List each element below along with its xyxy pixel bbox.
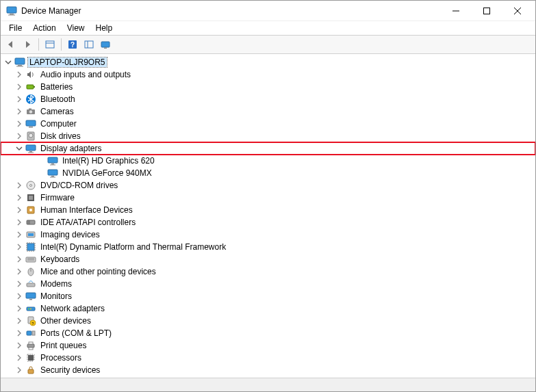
tree-node[interactable]: Ports (COM & LPT) (1, 327, 535, 339)
tree-node[interactable]: Imaging devices (1, 228, 535, 241)
svg-rect-1 (10, 14, 14, 15)
show-hide-console-button[interactable] (42, 37, 58, 52)
tree-leaf-label: Intel(R) HD Graphics 620 (61, 156, 156, 166)
chevron-right-icon[interactable] (14, 304, 24, 313)
chevron-down-icon[interactable] (3, 57, 13, 67)
tree-node-label: Computer (39, 119, 78, 129)
svg-rect-63 (27, 331, 31, 335)
tree-node[interactable]: Security devices (1, 364, 535, 376)
tree-node[interactable]: DVD/CD-ROM drives (1, 179, 535, 192)
tree-node[interactable]: Display adapters (1, 142, 535, 155)
tree-leaf[interactable]: Intel(R) HD Graphics 620 (1, 155, 535, 167)
chevron-right-icon[interactable] (14, 193, 24, 202)
svg-point-38 (30, 185, 32, 187)
svg-rect-28 (26, 145, 36, 151)
chevron-right-icon[interactable] (14, 291, 24, 301)
device-tree-panel[interactable]: LAPTOP-0LJR9OR5 Audio inputs and outputs… (1, 55, 535, 378)
expander-none (36, 168, 46, 178)
help-button[interactable]: ? (65, 37, 80, 52)
svg-rect-40 (29, 196, 33, 200)
svg-rect-56 (29, 299, 32, 300)
chevron-right-icon[interactable] (14, 254, 24, 264)
tree-node-label: Imaging devices (39, 230, 101, 239)
tree-node[interactable]: Monitors (1, 290, 535, 302)
tree-node[interactable]: Print queues (1, 339, 535, 352)
svg-rect-16 (18, 65, 22, 66)
chevron-right-icon[interactable] (14, 181, 24, 190)
chevron-right-icon[interactable] (14, 279, 24, 289)
dvd-icon (25, 180, 36, 191)
tree-node[interactable]: Disk drives (1, 130, 535, 142)
tree-node[interactable]: Intel(R) Dynamic Platform and Thermal Fr… (1, 241, 535, 253)
tree-leaf-label: NVIDIA GeForce 940MX (61, 168, 153, 178)
chevron-right-icon[interactable] (14, 365, 24, 375)
chevron-right-icon[interactable] (14, 82, 24, 92)
tree-node[interactable]: Modems (1, 278, 535, 290)
chevron-right-icon[interactable] (14, 94, 24, 104)
svg-rect-33 (50, 165, 55, 166)
tree-node-label: Keyboards (39, 254, 81, 264)
tree-node[interactable]: Mice and other pointing devices (1, 265, 535, 278)
menu-help[interactable]: Help (90, 22, 118, 34)
chevron-right-icon[interactable] (14, 131, 24, 141)
chevron-down-icon[interactable] (14, 144, 24, 153)
tree-node[interactable]: Computer (1, 118, 535, 130)
forward-button[interactable] (20, 37, 35, 52)
svg-point-59 (30, 309, 31, 310)
tree-node[interactable]: ? Other devices (1, 315, 535, 327)
scan-hardware-button[interactable] (98, 37, 113, 52)
tree-node[interactable]: Processors (1, 352, 535, 364)
minimize-button[interactable] (440, 1, 471, 21)
tree-node-label: Audio inputs and outputs (39, 70, 132, 79)
svg-text:?: ? (71, 41, 75, 49)
chevron-right-icon[interactable] (14, 70, 24, 79)
svg-rect-15 (15, 58, 25, 64)
chevron-right-icon[interactable] (14, 107, 24, 116)
chevron-right-icon[interactable] (14, 328, 24, 338)
tree-root-label: LAPTOP-0LJR9OR5 (28, 57, 107, 67)
camera-icon (25, 106, 36, 117)
chevron-right-icon[interactable] (14, 341, 24, 350)
tree-leaf[interactable]: NVIDIA GeForce 940MX (1, 167, 535, 179)
app-icon (6, 5, 17, 16)
tree-node[interactable]: Audio inputs and outputs (1, 68, 535, 81)
chevron-right-icon[interactable] (14, 267, 24, 276)
chevron-right-icon[interactable] (14, 205, 24, 215)
chevron-right-icon[interactable] (14, 218, 24, 227)
display-icon (25, 143, 36, 154)
properties-button[interactable] (81, 37, 97, 52)
menu-view[interactable]: View (62, 22, 90, 34)
tree-node-label: Human Interface Devices (39, 205, 134, 215)
tree-node[interactable]: Batteries (1, 81, 535, 93)
tree-node[interactable]: Bluetooth (1, 93, 535, 105)
toolbar: ? (1, 35, 535, 54)
tree-node[interactable]: Keyboards (1, 253, 535, 265)
chevron-right-icon[interactable] (14, 119, 24, 129)
svg-rect-54 (27, 283, 35, 287)
tree-root[interactable]: LAPTOP-0LJR9OR5 (1, 56, 535, 68)
other-icon: ? (25, 315, 36, 326)
svg-rect-29 (29, 151, 32, 153)
keyboard-icon (25, 254, 36, 265)
tree-node[interactable]: Cameras (1, 105, 535, 118)
svg-rect-24 (26, 120, 36, 126)
close-button[interactable] (502, 1, 533, 21)
chevron-right-icon[interactable] (14, 230, 24, 239)
back-button[interactable] (3, 37, 18, 52)
display-icon (47, 168, 58, 179)
tree-node-label: Other devices (39, 316, 92, 326)
tree-node[interactable]: Human Interface Devices (1, 204, 535, 216)
menu-file[interactable]: File (3, 22, 27, 34)
menu-action[interactable]: Action (27, 22, 61, 34)
maximize-button[interactable] (471, 1, 502, 21)
tree-node-label: Display adapters (39, 144, 103, 153)
tree-node[interactable]: Network adapters (1, 302, 535, 315)
chevron-right-icon[interactable] (14, 353, 24, 363)
hid-icon (25, 205, 36, 215)
chevron-right-icon[interactable] (14, 316, 24, 326)
tree-node-label: Firmware (39, 193, 76, 202)
tree-node[interactable]: Firmware (1, 192, 535, 204)
chevron-right-icon[interactable] (14, 242, 24, 252)
tree-node[interactable]: IDE ATA/ATAPI controllers (1, 216, 535, 228)
tree-node-label: Disk drives (39, 131, 82, 141)
